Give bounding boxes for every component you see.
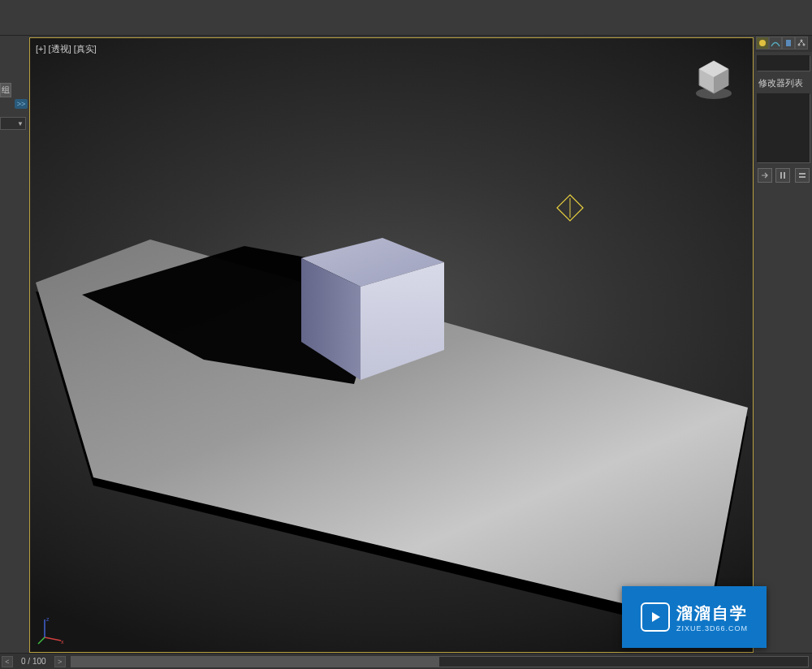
modifier-list-label: 修改器列表 xyxy=(755,75,812,92)
dropdown-arrow-icon: ▼ xyxy=(17,120,24,127)
svg-rect-21 xyxy=(799,173,806,175)
axis-gizmo[interactable]: z x xyxy=(37,616,66,645)
svg-text:x: x xyxy=(61,639,64,645)
scrollbar-thumb[interactable] xyxy=(71,657,440,667)
watermark-url: ZIXUE.3D66.COM xyxy=(676,624,748,632)
modify-tab[interactable] xyxy=(769,37,782,50)
left-panel: 组 >> ▼ xyxy=(0,36,28,666)
command-panel-tabs xyxy=(755,36,812,52)
hierarchy-tab[interactable] xyxy=(782,37,795,50)
timeline-prev-button[interactable]: < xyxy=(2,656,13,667)
viewport-perspective[interactable]: [+] [透视] [真实] xyxy=(29,37,754,653)
frame-counter: 0 / 100 xyxy=(21,657,46,666)
left-dropdown[interactable]: ▼ xyxy=(0,117,26,130)
svg-rect-20 xyxy=(784,172,785,179)
watermark-badge: 溜溜自学 ZIXUE.3D66.COM xyxy=(622,586,767,648)
timeline-next-button[interactable]: > xyxy=(54,656,66,667)
timeline-bar: < 0 / 100 > xyxy=(0,653,812,669)
create-tab[interactable] xyxy=(756,37,769,50)
watermark-title: 溜溜自学 xyxy=(676,602,748,624)
modifier-list[interactable] xyxy=(757,93,810,163)
display-tab[interactable] xyxy=(795,37,808,50)
svg-point-14 xyxy=(759,40,766,46)
modifier-stack-tools xyxy=(755,165,812,186)
top-toolbar xyxy=(0,0,812,36)
svg-line-11 xyxy=(38,637,45,644)
svg-rect-19 xyxy=(780,172,782,179)
svg-text:z: z xyxy=(46,616,50,622)
svg-rect-22 xyxy=(799,176,806,178)
pin-stack-button[interactable] xyxy=(758,168,772,183)
left-panel-tab[interactable]: 组 xyxy=(0,83,11,97)
scene-geometry xyxy=(33,238,751,636)
svg-line-9 xyxy=(45,637,61,641)
svg-rect-15 xyxy=(786,40,791,46)
left-expand-button[interactable]: >> xyxy=(15,99,28,109)
svg-marker-23 xyxy=(652,612,660,622)
configure-sets-button[interactable] xyxy=(795,168,810,183)
timeline-scrollbar[interactable] xyxy=(71,656,809,667)
light-gizmo[interactable] xyxy=(556,194,584,222)
viewport-label[interactable]: [+] [透视] [真实] xyxy=(36,43,97,55)
show-end-result-button[interactable] xyxy=(775,168,790,183)
object-name-field[interactable] xyxy=(757,55,810,71)
view-cube[interactable] xyxy=(689,54,738,103)
right-command-panel: 修改器列表 xyxy=(755,36,812,666)
watermark-play-icon xyxy=(641,602,670,632)
viewport-container: [+] [透视] [真实] xyxy=(29,37,754,653)
